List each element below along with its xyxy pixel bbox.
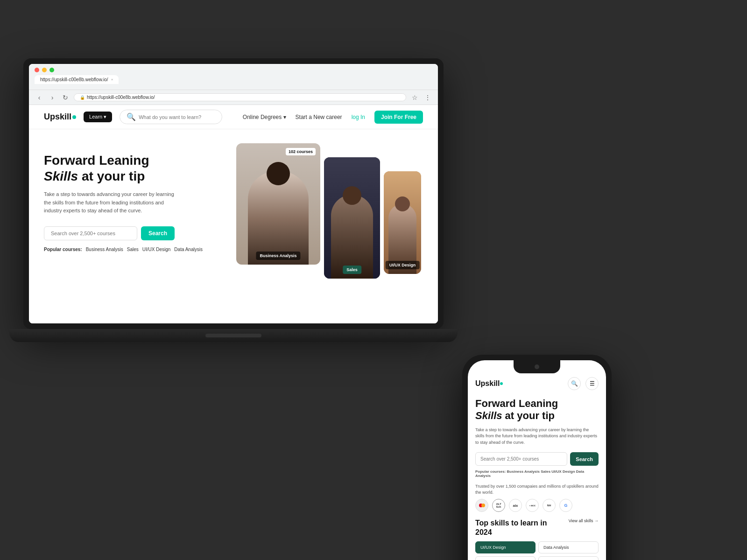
head-2 bbox=[343, 186, 361, 205]
card-3-label: UI/UX Design bbox=[386, 261, 420, 269]
hero-card-3-bg: UI/UX Design bbox=[384, 171, 421, 274]
login-link[interactable]: log In bbox=[352, 114, 365, 120]
mobile-hero: Forward Leaning Skills at your tip Take … bbox=[475, 398, 599, 446]
hero-title: Forward Leaning Skills at your tip bbox=[44, 153, 227, 184]
refresh-btn[interactable]: ↻ bbox=[61, 93, 70, 102]
card-count: 102 courses bbox=[286, 148, 316, 155]
hero-card-1-bg: 102 courses Business Analysis bbox=[236, 143, 320, 265]
maximize-dot[interactable] bbox=[49, 68, 54, 72]
hero-search-button[interactable]: Search bbox=[141, 226, 175, 240]
site-nav: Upskill Learn ▾ 🔍 Online Degrees ▾ Start… bbox=[29, 105, 438, 129]
browser-chrome: https://upskill-c00e8b.webflow.io/ × bbox=[29, 64, 438, 90]
course-tag-3[interactable]: Data Analysis bbox=[174, 247, 203, 252]
view-all-link[interactable]: View all skills → bbox=[569, 518, 599, 523]
menu-btn[interactable]: ⋮ bbox=[423, 93, 432, 102]
laptop-screen: https://upskill-c00e8b.webflow.io/ × ‹ ›… bbox=[29, 64, 438, 323]
mobile-menu-icon[interactable]: ☰ bbox=[585, 377, 599, 390]
address-bar: ‹ › ↻ 🔒 https://upskill-c00e8b.webflow.i… bbox=[29, 90, 438, 105]
mobile-content: Upskill 🔍 ☰ Forward Leaning Skills at yo… bbox=[468, 360, 606, 560]
mobile-nav: Upskill 🔍 ☰ bbox=[475, 377, 599, 390]
mobile-logo-g: G bbox=[559, 499, 572, 512]
mobile-title-1: Forward Leaning bbox=[475, 398, 558, 409]
mobile-logo-mc bbox=[475, 499, 488, 512]
hero-title-line1: Forward Leaning bbox=[44, 153, 149, 168]
browser-tab[interactable]: https://upskill-c00e8b.webflow.io/ × bbox=[35, 75, 119, 84]
hero-left: Forward Leaning Skills at your tip Take … bbox=[44, 143, 227, 314]
mobile-popular: Popular courses: Business Analysis Sales… bbox=[475, 469, 599, 478]
mobile-section-header: Top skills to learn in 2024 View all ski… bbox=[475, 518, 599, 536]
mobile-logo-alx: alx bbox=[509, 499, 522, 512]
card-1-label: Business Analysis bbox=[256, 252, 300, 260]
section-title-2: 2024 bbox=[475, 528, 492, 536]
hero-search: Search bbox=[44, 226, 227, 240]
mobile-screen: Upskill 🔍 ☰ Forward Leaning Skills at yo… bbox=[468, 360, 606, 560]
mobile-logo-label: Upskill bbox=[475, 379, 500, 388]
hero-subtitle: Take a step to towards advancing your ca… bbox=[44, 190, 175, 215]
mobile-title-2: at your tip bbox=[502, 410, 554, 421]
hero-images: 102 courses Business Analysis bbox=[236, 143, 423, 314]
mobile-popular-text: Popular courses: Business Analysis Sales… bbox=[475, 469, 584, 478]
skill-tag-0[interactable]: UI/UX Design bbox=[475, 541, 536, 553]
new-career-link[interactable]: Start a New career bbox=[296, 114, 342, 120]
hero-card-3: UI/UX Design bbox=[384, 171, 421, 274]
popular-label: Popular courses: bbox=[44, 247, 82, 252]
back-btn[interactable]: ‹ bbox=[35, 93, 44, 102]
skill-tag-3[interactable]: Project Management bbox=[538, 556, 599, 560]
website-content: Upskill Learn ▾ 🔍 Online Degrees ▾ Start… bbox=[29, 105, 438, 323]
learn-button[interactable]: Learn ▾ bbox=[84, 112, 112, 122]
mobile-device: Upskill 🔍 ☰ Forward Leaning Skills at yo… bbox=[462, 355, 612, 560]
nav-links: Online Degrees ▾ Start a New career log … bbox=[243, 111, 423, 124]
nav-search-input[interactable] bbox=[139, 114, 215, 120]
hero-search-input[interactable] bbox=[44, 226, 137, 240]
hero-title-line2: at your tip bbox=[78, 169, 145, 183]
course-tag-1[interactable]: Sales bbox=[127, 247, 139, 252]
mobile-hero-sub: Take a step to towards advancing your ca… bbox=[475, 427, 599, 446]
hero-card-2: Sales bbox=[324, 157, 380, 279]
mobile-section-title: Top skills to learn in 2024 bbox=[475, 518, 547, 536]
section-title-1: Top skills to learn in bbox=[475, 519, 547, 527]
mobile-title-italic: Skills bbox=[475, 410, 502, 421]
mobile-notch bbox=[514, 360, 560, 373]
laptop-base bbox=[9, 329, 458, 342]
mobile-search-input[interactable] bbox=[475, 452, 567, 466]
search-icon: 🔍 bbox=[127, 112, 136, 121]
nav-search-box[interactable]: 🔍 bbox=[120, 110, 222, 124]
site-logo: Upskill bbox=[44, 112, 76, 122]
mobile-logos: ALTSch alx ⬩acc NH G bbox=[475, 499, 599, 512]
bookmark-btn[interactable]: ☆ bbox=[410, 93, 419, 102]
logo-dot-icon bbox=[72, 115, 76, 119]
course-tag-0[interactable]: Business Analysis bbox=[86, 247, 123, 252]
hero-card-3-image bbox=[384, 171, 421, 274]
minimize-dot[interactable] bbox=[42, 68, 47, 72]
mobile-search-button[interactable]: Search bbox=[570, 452, 599, 466]
laptop-device: https://upskill-c00e8b.webflow.io/ × ‹ ›… bbox=[23, 58, 444, 502]
url-bar[interactable]: 🔒 https://upskill-c00e8b.webflow.io/ bbox=[74, 93, 406, 101]
hero-card-2-image bbox=[324, 157, 380, 279]
hero-card-1-image bbox=[236, 143, 320, 265]
close-dot[interactable] bbox=[35, 68, 39, 72]
forward-btn[interactable]: › bbox=[48, 93, 57, 102]
popular-courses: Popular courses: Business Analysis Sales… bbox=[44, 247, 227, 252]
tab-close-btn[interactable]: × bbox=[111, 77, 113, 82]
skill-tag-1[interactable]: Data Analysis bbox=[538, 541, 599, 553]
mobile-skills-grid: UI/UX Design Data Analysis Sales Project… bbox=[475, 541, 599, 560]
tab-bar: https://upskill-c00e8b.webflow.io/ × bbox=[35, 75, 432, 84]
join-button[interactable]: Join For Free bbox=[374, 111, 423, 124]
lock-icon: 🔒 bbox=[80, 95, 85, 100]
card-2-label: Sales bbox=[343, 266, 361, 274]
browser-dots bbox=[35, 68, 432, 72]
mobile-search-icon[interactable]: 🔍 bbox=[568, 377, 581, 390]
head-1 bbox=[267, 162, 290, 185]
mobile-search-row: Search bbox=[475, 452, 599, 466]
course-tag-2[interactable]: UI/UX Design bbox=[142, 247, 171, 252]
online-degrees-link[interactable]: Online Degrees ▾ bbox=[243, 114, 286, 120]
person-silhouette-1 bbox=[248, 171, 309, 265]
hero-section: Forward Leaning Skills at your tip Take … bbox=[29, 129, 438, 323]
head-3 bbox=[395, 196, 410, 211]
hero-card-2-bg: Sales bbox=[324, 157, 380, 279]
mobile-logo-alt: ALTSch bbox=[492, 499, 505, 512]
skill-tag-2[interactable]: Sales bbox=[475, 556, 536, 560]
mobile-logo-nh: NH bbox=[543, 499, 556, 512]
mobile-hero-title: Forward Leaning Skills at your tip bbox=[475, 398, 599, 422]
mobile-logo-access: ⬩acc bbox=[526, 499, 539, 512]
